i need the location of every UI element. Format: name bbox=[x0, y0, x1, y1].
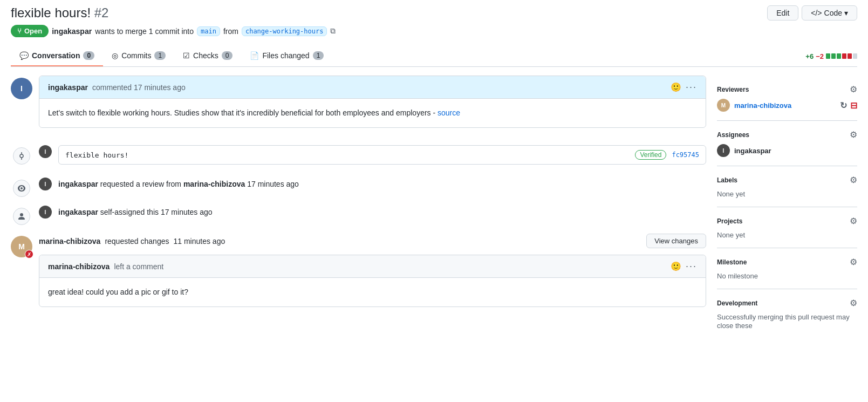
review-request-item: I ingakaspar requested a review from mar… bbox=[11, 178, 706, 197]
second-comment-author: marina-chibizova bbox=[48, 262, 110, 271]
pr-author: ingakaspar bbox=[52, 27, 92, 36]
projects-section: Projects ⚙ None yet bbox=[717, 207, 857, 248]
labels-gear-icon[interactable]: ⚙ bbox=[850, 175, 857, 185]
copy-icon[interactable]: ⧉ bbox=[330, 26, 336, 36]
first-comment-body: Let's switch to flexible working hours. … bbox=[39, 99, 706, 127]
tab-checks[interactable]: ☑ Checks 0 bbox=[174, 46, 241, 66]
commit-message: flexible hours! bbox=[65, 151, 630, 159]
conversation-icon: 💬 bbox=[19, 51, 29, 60]
pr-open-icon: ⑂ bbox=[17, 27, 22, 35]
first-commenter-avatar: I bbox=[11, 78, 32, 99]
second-comment-header: marina-chibizova left a comment 🙂 ··· bbox=[39, 255, 706, 278]
projects-value: None yet bbox=[717, 231, 745, 239]
milestone-title: Milestone bbox=[717, 258, 747, 266]
assignee-row: I ingakaspar bbox=[717, 144, 857, 157]
checks-icon: ☑ bbox=[183, 51, 190, 60]
commits-icon: ◎ bbox=[112, 51, 118, 60]
source-link[interactable]: source bbox=[438, 108, 460, 117]
open-badge: ⑂ Open bbox=[11, 25, 49, 37]
assignees-gear-icon[interactable]: ⚙ bbox=[850, 130, 857, 140]
self-assign-item: I ingakaspar self-assigned this 17 minut… bbox=[11, 206, 706, 225]
diff-bar-3 bbox=[837, 53, 841, 59]
chevron-down-icon: ▾ bbox=[844, 9, 848, 17]
request-changes-icon: ⊟ bbox=[850, 100, 857, 111]
second-comment-block: marina-chibizova left a comment 🙂 ··· gr… bbox=[39, 255, 706, 307]
diff-bars bbox=[826, 53, 857, 59]
assignees-section: Assignees ⚙ I ingakaspar bbox=[717, 121, 857, 166]
code-button[interactable]: </> Code ▾ bbox=[802, 5, 857, 21]
review-request-content: ingakaspar requested a review from marin… bbox=[58, 178, 706, 188]
diff-stats: +6 −2 bbox=[805, 52, 857, 60]
tab-files-changed[interactable]: 📄 Files changed 1 bbox=[241, 46, 332, 66]
diff-bar-5 bbox=[848, 53, 852, 59]
development-header: Development ⚙ bbox=[717, 298, 857, 308]
pr-description: wants to merge 1 commit into bbox=[95, 27, 194, 36]
more-options-button-1[interactable]: ··· bbox=[686, 81, 697, 93]
milestone-header: Milestone ⚙ bbox=[717, 257, 857, 267]
tab-commits[interactable]: ◎ Commits 1 bbox=[103, 46, 174, 66]
diff-deletions: −2 bbox=[816, 52, 824, 60]
commit-line: flexible hours! Verified fc95745 bbox=[58, 145, 706, 165]
view-changes-button[interactable]: View changes bbox=[646, 234, 706, 248]
first-comment-actions: 🙂 ··· bbox=[671, 81, 697, 93]
development-value: Successfully merging this pull request m… bbox=[717, 313, 850, 330]
self-assign-content: ingakaspar self-assigned this 17 minutes… bbox=[58, 206, 706, 216]
first-comment-author: ingakaspar bbox=[48, 83, 88, 92]
projects-gear-icon[interactable]: ⚙ bbox=[850, 216, 857, 226]
labels-value: None yet bbox=[717, 190, 745, 198]
commit-avatar: I bbox=[39, 145, 52, 158]
diff-bar-4 bbox=[842, 53, 846, 59]
svg-point-0 bbox=[20, 154, 23, 158]
reviewer-actions: ↻ ⊟ bbox=[840, 100, 857, 111]
reviewer-name[interactable]: marina-chibizova bbox=[734, 101, 791, 110]
development-gear-icon[interactable]: ⚙ bbox=[850, 298, 857, 308]
development-title: Development bbox=[717, 299, 757, 307]
tabs-bar: 💬 Conversation 0 ◎ Commits 1 ☑ Checks 0 … bbox=[11, 46, 857, 67]
sidebar: Reviewers ⚙ M marina-chibizova ↻ ⊟ Assig… bbox=[717, 76, 857, 338]
changes-requested-row: marina-chibizova requested changes 11 mi… bbox=[39, 234, 706, 248]
base-branch[interactable]: main bbox=[197, 26, 220, 36]
reviewer-avatar-small: M bbox=[717, 99, 730, 112]
emoji-button-1[interactable]: 🙂 bbox=[671, 82, 681, 92]
reviewer-row: M marina-chibizova ↻ ⊟ bbox=[717, 99, 857, 112]
diff-bar-6 bbox=[853, 53, 857, 59]
files-icon: 📄 bbox=[250, 51, 259, 60]
reviewers-section: Reviewers ⚙ M marina-chibizova ↻ ⊟ bbox=[717, 76, 857, 121]
eye-icon bbox=[13, 180, 30, 197]
commit-icon bbox=[13, 147, 30, 165]
code-icon: </> bbox=[811, 9, 822, 17]
reviewer-avatar-wrapper: M ✗ bbox=[11, 234, 32, 257]
tab-conversation[interactable]: 💬 Conversation 0 bbox=[11, 46, 103, 66]
milestone-section: Milestone ⚙ No milestone bbox=[717, 248, 857, 289]
milestone-value: No milestone bbox=[717, 272, 758, 280]
reviewers-title: Reviewers bbox=[717, 86, 749, 93]
more-options-button-2[interactable]: ··· bbox=[686, 261, 697, 272]
assignees-header: Assignees ⚙ bbox=[717, 130, 857, 140]
pr-number: #2 bbox=[94, 5, 109, 20]
emoji-button-2[interactable]: 🙂 bbox=[671, 261, 681, 271]
labels-header: Labels ⚙ bbox=[717, 175, 857, 185]
review-req-avatar: I bbox=[39, 178, 52, 190]
head-branch[interactable]: change-working-hours bbox=[242, 26, 327, 36]
labels-section: Labels ⚙ None yet bbox=[717, 166, 857, 207]
assignees-title: Assignees bbox=[717, 131, 749, 139]
pr-title: flexible hours! #2 bbox=[11, 5, 108, 21]
commit-hash[interactable]: fc95745 bbox=[672, 151, 699, 159]
milestone-gear-icon[interactable]: ⚙ bbox=[850, 257, 857, 267]
projects-title: Projects bbox=[717, 217, 742, 225]
assignee-name[interactable]: ingakaspar bbox=[734, 147, 771, 155]
edit-button[interactable]: Edit bbox=[767, 5, 798, 21]
diff-additions: +6 bbox=[805, 52, 814, 60]
commit-timeline-item: I flexible hours! Verified fc95745 bbox=[11, 145, 706, 169]
diff-bar-1 bbox=[826, 53, 830, 59]
review-badge: ✗ bbox=[25, 250, 33, 258]
main-content: I ingakaspar commented 17 minutes ago 🙂 … bbox=[11, 76, 706, 338]
labels-title: Labels bbox=[717, 176, 737, 184]
verified-badge: Verified bbox=[635, 150, 666, 160]
first-comment-header: ingakaspar commented 17 minutes ago 🙂 ··… bbox=[39, 76, 706, 99]
projects-header: Projects ⚙ bbox=[717, 216, 857, 226]
sync-icon[interactable]: ↻ bbox=[840, 100, 847, 111]
first-comment-timestamp: commented 17 minutes ago bbox=[92, 83, 186, 92]
diff-bar-2 bbox=[831, 53, 836, 59]
reviewers-gear-icon[interactable]: ⚙ bbox=[850, 84, 857, 94]
